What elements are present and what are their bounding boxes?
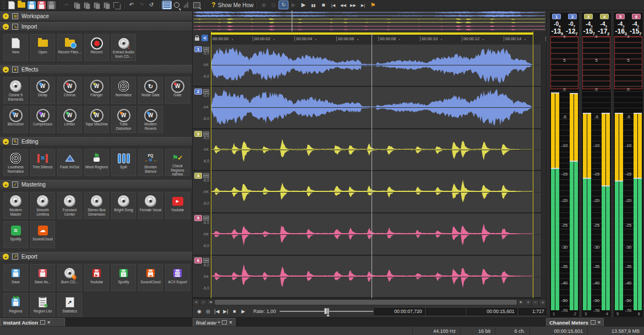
section-header-workspace[interactable]: ›⊞Workspace bbox=[0, 12, 192, 21]
meter-area[interactable]: 950-5-10-15-20-25-30-35-40-50-70 bbox=[550, 36, 578, 310]
action-tile-split[interactable]: Split bbox=[111, 149, 136, 176]
action-tile-delay[interactable]: WDelay bbox=[30, 77, 55, 104]
chevron-down-icon[interactable]: ⌄ bbox=[3, 139, 9, 145]
action-tile-statistics[interactable]: ↗Statistics bbox=[57, 293, 82, 317]
action-tile-save-as[interactable]: Save As... bbox=[30, 264, 55, 291]
tb-save-all[interactable] bbox=[46, 1, 56, 9]
action-tile-spotify[interactable]: ≈Spotify bbox=[3, 221, 28, 248]
action-tile-smooth-limiting[interactable]: Smooth Limiting bbox=[30, 192, 55, 219]
action-tile-new[interactable]: New bbox=[3, 34, 28, 61]
action-tile-flanger[interactable]: WFlanger bbox=[84, 77, 109, 104]
rate-slider[interactable] bbox=[280, 307, 373, 316]
tb-statistics-tool[interactable] bbox=[182, 1, 192, 9]
hzoom-in2-button[interactable]: + bbox=[525, 299, 532, 305]
stop-button[interactable]: ■ bbox=[230, 307, 239, 316]
chevron-down-icon[interactable]: ⌄ bbox=[3, 182, 9, 188]
action-tile-shorten-silence[interactable]: FQ→✕←Shorten Silence bbox=[138, 149, 163, 176]
tb-record-remote[interactable]: ◎ bbox=[269, 1, 279, 9]
action-tile-modern-reverb[interactable]: WModern Reverb bbox=[138, 106, 163, 133]
tb-cut[interactable]: ✂ bbox=[62, 1, 72, 9]
doc-window-icon[interactable] bbox=[222, 320, 227, 325]
time-ruler[interactable]: 00:00:0000:00:0200:00:0400:00:0600:00:08… bbox=[193, 31, 546, 45]
tb-open-file[interactable] bbox=[17, 1, 26, 9]
close-icon[interactable]: × bbox=[47, 320, 50, 325]
action-tile-soundcloud[interactable]: ☁SoundCloud bbox=[30, 221, 55, 248]
speaker-icon[interactable]: ◂) bbox=[201, 35, 208, 41]
meter-channel-badge-5[interactable]: 5 bbox=[616, 14, 625, 19]
tb-pause[interactable]: ▮▮ bbox=[308, 1, 318, 9]
tb-loop-playback[interactable]: ↻ bbox=[279, 1, 288, 9]
scroll-right-button[interactable]: ▸ bbox=[517, 299, 525, 305]
overview-cursor[interactable] bbox=[292, 10, 292, 31]
horizontal-scrollbar[interactable]: + − ◂ ▸ + − ◑ bbox=[193, 298, 546, 305]
track-row-ch6[interactable]: 6—-6,0-Inf.-6,0 bbox=[193, 256, 546, 298]
tb-undo[interactable]: ↶ bbox=[127, 1, 137, 9]
action-tile-limiter[interactable]: WLimiter bbox=[57, 106, 82, 133]
action-tile-compressor[interactable]: WCompressor bbox=[30, 106, 55, 133]
show-me-how-label[interactable]: Show Me How bbox=[218, 2, 253, 8]
action-tile-youtube[interactable]: ▶Youtube bbox=[84, 264, 109, 291]
go-end-button[interactable]: ▶| bbox=[221, 307, 230, 316]
overview-row-ch3[interactable] bbox=[193, 18, 546, 20]
section-header-editing[interactable]: ⌄✎Editing bbox=[0, 137, 192, 146]
tb-undo-history[interactable]: ↺ bbox=[146, 1, 156, 9]
tb-batch-script[interactable] bbox=[192, 1, 201, 9]
tb-show-me-how[interactable]: ? bbox=[207, 1, 217, 9]
track-row-ch4[interactable]: 4—-6,0-Inf.-6,0 bbox=[193, 171, 546, 213]
track-row-ch3[interactable]: 3—-6,0-Inf.-6,0 bbox=[193, 129, 546, 172]
tb-save-as[interactable] bbox=[36, 1, 46, 9]
track-row-ch1[interactable]: 1—-6,0-Inf.-6,0 bbox=[193, 45, 546, 87]
loop-small-icon[interactable]: ◉ bbox=[195, 307, 204, 316]
hzoom-in-button[interactable]: + bbox=[193, 299, 200, 305]
hzoom-out-button[interactable]: − bbox=[200, 299, 207, 305]
zoom-ratio-display[interactable]: 1:717 bbox=[519, 308, 546, 315]
meter-channel-badge-1[interactable]: 1 bbox=[552, 14, 561, 19]
length-display[interactable]: 00:00:15,601 bbox=[467, 308, 517, 315]
track-row-ch5[interactable]: 5—-6,0-Inf.-6,0 bbox=[193, 213, 546, 256]
meter-channel-badge-3[interactable]: 3 bbox=[584, 14, 593, 19]
close-icon[interactable]: × bbox=[229, 320, 232, 325]
tb-trim-crop[interactable] bbox=[111, 1, 121, 9]
meter-channel-badge-6[interactable]: 6 bbox=[632, 14, 641, 19]
chevron-down-icon[interactable]: ⌄ bbox=[3, 67, 9, 73]
float-window-icon[interactable] bbox=[40, 320, 45, 325]
action-tile-gate[interactable]: WGate bbox=[165, 77, 190, 104]
action-tile-record[interactable]: Record bbox=[84, 34, 109, 61]
action-tile-recent-files[interactable]: Recent Files... bbox=[57, 34, 82, 61]
tb-new-file[interactable] bbox=[7, 1, 17, 9]
action-tile-acx-export[interactable]: ACXACX Export bbox=[165, 264, 190, 291]
zoom-fit-button[interactable]: ◑ bbox=[539, 299, 546, 305]
chevron-right-icon[interactable]: › bbox=[3, 13, 9, 19]
chevron-down-icon[interactable]: ⌄ bbox=[3, 24, 9, 30]
meter-area[interactable]: 950-5-10-15-20-25-30-35-40-50-70 bbox=[582, 36, 610, 310]
tb-redo[interactable]: ↷ bbox=[137, 1, 146, 9]
hzoom-out2-button[interactable]: − bbox=[532, 299, 539, 305]
meter-channel-badge-4[interactable]: 4 bbox=[600, 14, 609, 19]
overview-row-ch2[interactable] bbox=[193, 14, 546, 17]
tb-save[interactable] bbox=[26, 1, 36, 9]
meter-area[interactable]: 950-5-10-15-20-25-30-35-40-50-70 bbox=[614, 36, 642, 310]
action-tile-noise-gate[interactable]: ↻Noise Gate bbox=[138, 77, 163, 104]
tb-marker-tool[interactable]: ⚑ bbox=[368, 1, 378, 9]
vertical-scrollbar[interactable] bbox=[541, 45, 546, 298]
tb-zoom-tool[interactable] bbox=[172, 1, 182, 9]
selection-display[interactable] bbox=[426, 308, 466, 315]
play-button[interactable]: ▶ bbox=[239, 307, 248, 316]
action-tile-region-list[interactable]: ⚑Region List bbox=[30, 293, 55, 317]
overview-row-ch6[interactable] bbox=[193, 28, 546, 31]
action-tile-ozone-9-elements[interactable]: Ozone 9 Elements bbox=[3, 77, 28, 104]
action-tile-modern-master[interactable]: Modern Master bbox=[3, 192, 28, 219]
action-tile-loudness-normalize[interactable]: Loudness Normalize bbox=[3, 149, 28, 176]
section-header-export[interactable]: ⌄↗Export bbox=[0, 252, 192, 261]
action-tile-save[interactable]: Save bbox=[3, 264, 28, 291]
action-tile-bright-song[interactable]: Bright Song bbox=[111, 192, 136, 219]
tb-copy[interactable] bbox=[72, 1, 81, 9]
action-tile-female-vocal[interactable]: Female Vocal bbox=[138, 192, 163, 219]
position-display[interactable]: 00:00:07,720 bbox=[374, 308, 425, 315]
track-row-ch2[interactable]: 2—-6,0-Inf.-6,0 bbox=[193, 87, 546, 129]
tb-rewind[interactable]: ◀◀ bbox=[338, 1, 348, 9]
section-header-mastering[interactable]: ⌄✓Mastering bbox=[0, 180, 192, 189]
tb-paste-to-new[interactable] bbox=[101, 1, 111, 9]
action-tile-normalize[interactable]: Normalize bbox=[111, 77, 136, 104]
action-tile-soundcloud[interactable]: ☁SoundCloud bbox=[138, 264, 163, 291]
